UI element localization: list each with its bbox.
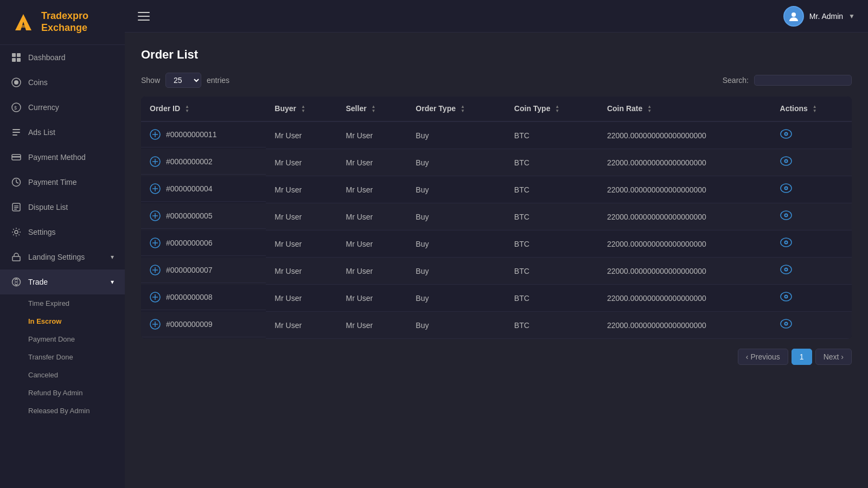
- sidebar-subitem-payment-done[interactable]: Payment Done: [0, 330, 125, 348]
- cell-seller: Mr User: [337, 312, 407, 339]
- sidebar-label-settings: Settings: [28, 228, 56, 236]
- logo-icon: [11, 10, 36, 35]
- cell-coin-type: BTC: [506, 285, 598, 312]
- trade-icon: [11, 277, 22, 287]
- table-row: #0000000005 Mr User Mr User Buy BTC 2200…: [141, 203, 852, 230]
- sidebar-subitem-refund-by-admin[interactable]: Refund By Admin: [0, 384, 125, 402]
- row-plus-icon: [150, 292, 161, 303]
- sidebar-item-landing-settings[interactable]: Landing Settings ▾: [0, 245, 125, 269]
- svg-marker-0: [15, 14, 31, 30]
- page-title: Order List: [141, 48, 852, 62]
- sidebar-item-dispute-list[interactable]: Dispute List: [0, 195, 125, 220]
- sidebar-subitem-in-escrow[interactable]: In Escrow: [0, 312, 125, 330]
- sidebar-label-ads-list: Ads List: [28, 128, 55, 137]
- next-page-button[interactable]: Next ›: [815, 349, 852, 365]
- sidebar-item-coins[interactable]: Coins: [0, 70, 125, 95]
- sidebar-subitem-transfer-done[interactable]: Transfer Done: [0, 348, 125, 366]
- cell-seller: Mr User: [337, 203, 407, 230]
- col-coin-rate[interactable]: Coin Rate ▲▼: [598, 97, 771, 121]
- view-order-button[interactable]: [780, 319, 792, 331]
- sidebar-item-ads-list[interactable]: Ads List: [0, 120, 125, 145]
- col-buyer[interactable]: Buyer ▲▼: [266, 97, 337, 121]
- logo-area: Tradexpro Exchange: [0, 0, 125, 45]
- sidebar-item-payment-time[interactable]: Payment Time: [0, 170, 125, 195]
- cell-actions: [771, 203, 852, 230]
- sidebar-item-trade[interactable]: Trade ▾: [0, 269, 125, 294]
- cell-coin-rate: 22000.000000000000000000: [598, 312, 771, 339]
- table-body: #00000000011 Mr User Mr User Buy BTC 220…: [141, 121, 852, 339]
- sidebar-subitem-time-expired[interactable]: Time Expired: [0, 294, 125, 312]
- cell-buyer: Mr User: [266, 149, 337, 176]
- svg-rect-12: [12, 134, 17, 136]
- cell-seller: Mr User: [337, 149, 407, 176]
- user-menu[interactable]: Mr. Admin ▼: [783, 6, 855, 27]
- table-row: #0000000004 Mr User Mr User Buy BTC 2200…: [141, 176, 852, 203]
- svg-point-43: [785, 188, 787, 189]
- hamburger-menu[interactable]: [138, 12, 150, 21]
- sidebar-item-payment-method[interactable]: Payment Method: [0, 145, 125, 170]
- col-seller[interactable]: Seller ▲▼: [337, 97, 407, 121]
- show-entries: Show 25 50 100 entries: [141, 73, 229, 88]
- dispute-list-icon: [11, 202, 22, 213]
- view-order-button[interactable]: [780, 265, 792, 277]
- cell-coin-rate: 22000.000000000000000000: [598, 203, 771, 230]
- view-order-button[interactable]: [780, 129, 792, 142]
- cell-coin-rate: 22000.000000000000000000: [598, 121, 771, 149]
- entries-select[interactable]: 25 50 100: [165, 73, 201, 88]
- cell-coin-type: BTC: [506, 230, 598, 258]
- sidebar-subitem-canceled[interactable]: Canceled: [0, 366, 125, 384]
- search-label: Search:: [723, 76, 749, 85]
- view-order-button[interactable]: [780, 292, 792, 304]
- svg-point-61: [785, 269, 787, 271]
- table-row: #0000000007 Mr User Mr User Buy BTC 2200…: [141, 258, 852, 285]
- prev-page-button[interactable]: ‹ Previous: [738, 349, 788, 365]
- cell-order-type: Buy: [407, 258, 505, 285]
- svg-rect-4: [12, 58, 16, 62]
- cell-seller: Mr User: [337, 176, 407, 203]
- svg-point-22: [15, 230, 18, 234]
- cell-coin-rate: 22000.000000000000000000: [598, 149, 771, 176]
- cell-order-id: #0000000008: [141, 285, 266, 310]
- cell-actions: [771, 230, 852, 258]
- view-order-button[interactable]: [780, 237, 792, 250]
- order-table: Order ID ▲▼ Buyer ▲▼ Seller ▲▼ Order Typ…: [141, 97, 852, 339]
- row-plus-icon: [150, 237, 161, 248]
- entries-label: entries: [207, 76, 229, 85]
- search-input[interactable]: [754, 75, 852, 86]
- cell-actions: [771, 285, 852, 312]
- cell-coin-type: BTC: [506, 312, 598, 339]
- sidebar-item-currency[interactable]: $ Currency: [0, 95, 125, 120]
- cell-coin-type: BTC: [506, 149, 598, 176]
- row-plus-icon: [150, 183, 161, 194]
- payment-method-icon: [11, 152, 22, 163]
- page-content: Order List Show 25 50 100 entries Search…: [125, 33, 868, 488]
- svg-point-25: [792, 12, 796, 17]
- sort-coin-type: ▲▼: [555, 105, 559, 113]
- col-coin-type[interactable]: Coin Type ▲▼: [506, 97, 598, 121]
- view-order-button[interactable]: [780, 210, 792, 223]
- view-order-button[interactable]: [780, 156, 792, 169]
- cell-seller: Mr User: [337, 285, 407, 312]
- svg-rect-21: [14, 209, 17, 210]
- svg-point-7: [14, 80, 18, 85]
- cell-order-type: Buy: [407, 149, 505, 176]
- cell-order-id: #0000000004: [141, 176, 266, 202]
- col-order-type[interactable]: Order Type ▲▼: [407, 97, 505, 121]
- cell-seller: Mr User: [337, 258, 407, 285]
- sort-order-id: ▲▼: [185, 105, 189, 113]
- cell-actions: [771, 176, 852, 203]
- sidebar-item-dashboard[interactable]: Dashboard: [0, 45, 125, 70]
- svg-point-37: [785, 160, 787, 162]
- cell-buyer: Mr User: [266, 121, 337, 149]
- svg-rect-1: [20, 25, 27, 28]
- sidebar-subitem-released-by-admin[interactable]: Released By Admin: [0, 402, 125, 420]
- page-1-button[interactable]: 1: [792, 349, 812, 365]
- sidebar-item-settings[interactable]: Settings: [0, 220, 125, 245]
- show-label: Show: [141, 76, 160, 85]
- cell-seller: Mr User: [337, 121, 407, 149]
- cell-order-id: #0000000002: [141, 149, 266, 175]
- svg-line-17: [16, 182, 18, 183]
- col-order-id[interactable]: Order ID ▲▼: [141, 97, 266, 121]
- view-order-button[interactable]: [780, 183, 792, 196]
- cell-coin-rate: 22000.000000000000000000: [598, 230, 771, 258]
